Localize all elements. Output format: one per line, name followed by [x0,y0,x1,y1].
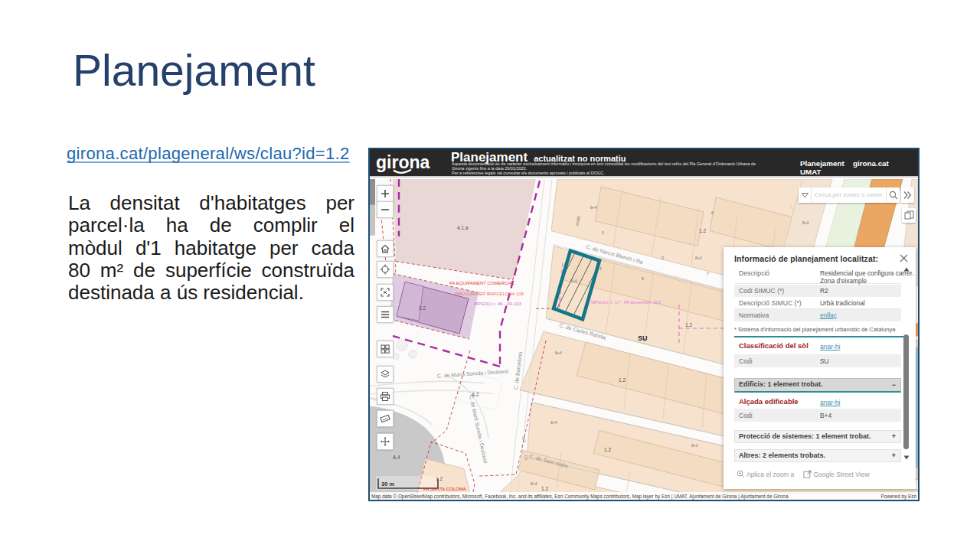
svg-text:3: 3 [599,266,602,271]
svg-text:SU: SU [638,334,647,342]
svg-text:8+3: 8+3 [695,256,702,260]
svg-text:1.2: 1.2 [685,322,692,328]
svg-text:8+3: 8+3 [691,443,698,448]
svg-text:Map data © OpenStreetMap contr: Map data © OpenStreetMap contributors, M… [371,494,789,500]
svg-text:8+4: 8+4 [555,350,562,355]
svg-text:1.2: 1.2 [699,228,706,233]
svg-text:MPGOU n. 46 - PA 103: MPGOU n. 46 - PA 103 [474,302,521,306]
svg-text:Powered by Esri: Powered by Esri [880,494,916,500]
svg-text:3.2: 3.2 [419,305,426,311]
svg-text:A.4: A.4 [393,455,400,460]
svg-text:3: 3 [662,256,664,260]
svg-text:8+4: 8+4 [531,481,537,486]
svg-text:3: 3 [602,230,604,235]
svg-text:PA SANTA COLOMA: PA SANTA COLOMA [423,487,466,491]
svg-text:8+4: 8+4 [550,420,557,425]
svg-text:MPGOU n. 17 - PA Desembre 103: MPGOU n. 17 - PA Desembre 103 [591,300,662,305]
svg-text:1.2: 1.2 [604,447,611,452]
svg-text:8: 8 [711,210,714,215]
svg-text:A.2: A.2 [472,392,479,397]
svg-text:8+4: 8+4 [570,279,577,283]
svg-text:8+4: 8+4 [590,205,597,210]
svg-text:30 m: 30 m [381,481,394,487]
svg-text:7: 7 [707,272,709,276]
svg-text:8+2: 8+2 [802,220,809,225]
svg-text:1.2: 1.2 [541,486,548,491]
svg-text:4.1.a: 4.1.a [457,225,469,230]
svg-text:1.2: 1.2 [619,377,626,383]
svg-text:PMU CARRER BARCELONA 106: PMU CARRER BARCELONA 106 [455,292,524,296]
svg-text:PA EQUIPAMENT COMERCIAL: PA EQUIPAMENT COMERCIAL [449,281,515,285]
svg-text:5: 5 [642,276,644,281]
